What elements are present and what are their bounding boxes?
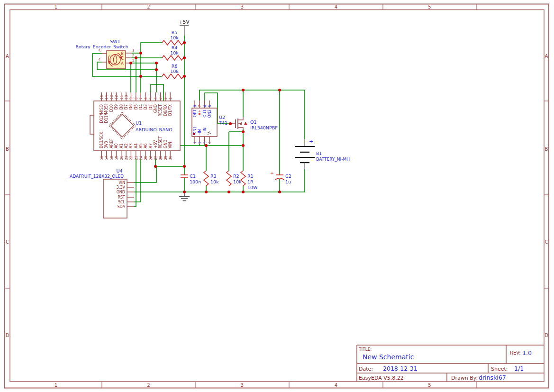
u1-bottom-pin-number: 19	[114, 155, 118, 160]
u1-top-pin-number: 12	[114, 95, 118, 100]
component-sw1-rotary-encoder[interactable]: SW1 Rotary_Encoder_Switch B C A 3 2 1 5 …	[76, 39, 135, 69]
wire[interactable]	[141, 43, 162, 92]
sw1-letter-b: B	[121, 52, 124, 56]
junction-dot	[183, 41, 186, 44]
date-label: Date:	[359, 366, 373, 372]
r6-zigzag[interactable]	[162, 74, 183, 79]
title-block: TITLE: New Schematic REV: 1.0 Date: 2018…	[357, 345, 544, 382]
u4-pin-name: RST	[118, 195, 125, 200]
u1-bottom-pin-name: A1	[119, 143, 124, 148]
u2-top-pin-name: V+	[198, 109, 202, 115]
c2-value: 1u	[285, 179, 291, 184]
sw1-letter-c: C	[121, 56, 124, 61]
u1-top-pin-number: 6	[144, 97, 148, 100]
frame-column-label-top: 5	[428, 4, 431, 9]
u1-top-pin-name: D5	[134, 104, 138, 109]
c2-plus-sign: +	[270, 170, 274, 175]
wire[interactable]	[134, 159, 136, 207]
u1-top-pin-number: 2	[163, 97, 168, 100]
q1-arrow	[239, 122, 242, 126]
r5-zigzag[interactable]	[162, 40, 183, 45]
component-c1[interactable]: C1 100n	[181, 173, 201, 184]
rev-value[interactable]: 1.0	[522, 349, 532, 356]
sheet-border: 1122334455AABBCCDD	[5, 4, 549, 388]
component-u2-opamp-741[interactable]: U2 741 8OPT7V+6OUT5ON21ON12-IN3+IN4V-	[192, 100, 227, 144]
r3-zigzag[interactable]	[204, 171, 209, 186]
frame-column-label-bottom: 1	[54, 383, 57, 388]
junction-dot	[242, 191, 245, 193]
u1-top-pin-name: D4	[139, 104, 143, 109]
u2-value: 741	[219, 120, 227, 126]
r2-zigzag[interactable]	[227, 171, 231, 186]
frame-column-label-bottom: 4	[335, 383, 337, 388]
sw1-ref: SW1	[110, 39, 120, 44]
u2-bottom-pin-name: V-	[208, 131, 212, 135]
rev-label: REV:	[510, 350, 521, 356]
u1-bottom-pin-name: A4	[134, 143, 138, 148]
schematic-title[interactable]: New Schematic	[363, 353, 414, 361]
u1-top-pin-name: D2	[149, 104, 153, 109]
u1-bottom-pin-number: 16	[100, 155, 104, 160]
u1-bottom-pin-number: 21	[124, 155, 128, 160]
frame-column-label-bottom: 3	[241, 383, 244, 388]
component-r3[interactable]: R3 10k	[204, 171, 219, 186]
frame-row-label-left: C	[6, 239, 9, 245]
schematic-canvas[interactable]: 1122334455AABBCCDD TITLE: New Schematic …	[0, 0, 554, 392]
u2-top-pin-name: OUT	[203, 109, 207, 118]
title-label: TITLE:	[358, 347, 372, 352]
power-net-label: +5V	[179, 19, 190, 25]
component-r6[interactable]: R6 10k	[162, 64, 183, 79]
u1-bottom-pin-number: 26	[149, 155, 153, 160]
r3-value: 10k	[210, 179, 219, 184]
u4-ref: U4	[117, 168, 123, 173]
junction-dot	[242, 144, 245, 147]
u1-bottom-pin-name: A0	[114, 143, 118, 148]
q1-ref: Q1	[250, 119, 257, 125]
u4-pin-name: SCL	[118, 200, 126, 204]
u2-ref: U2	[219, 115, 225, 120]
u2-top-pin-number: 7	[198, 105, 202, 107]
u1-top-pin-number: 8	[134, 97, 138, 100]
wire[interactable]	[134, 166, 156, 182]
wire[interactable]	[134, 159, 141, 202]
r4-zigzag[interactable]	[162, 55, 183, 60]
component-q1-mosfet[interactable]: Q1 IRL540NPBF	[230, 117, 278, 130]
r4-ref: R4	[172, 45, 178, 50]
u1-bottom-pin-name: A3	[129, 143, 133, 148]
u2-bottom-pin-number: 4	[208, 141, 212, 144]
u1-bottom-pin-name: A7	[149, 143, 153, 148]
component-c2[interactable]: + C2 1u	[270, 170, 291, 184]
sheet-value[interactable]: 1/1	[514, 365, 524, 372]
r6-value: 10k	[170, 69, 179, 74]
u1-ref: U1	[136, 120, 142, 126]
wire[interactable]	[92, 54, 162, 76]
u1-bottom-pin-number: 23	[134, 155, 138, 160]
u1-bottom-pin-number: 28	[158, 155, 163, 160]
component-r5[interactable]: R5 10k	[162, 30, 183, 45]
b1-ref: B1	[316, 151, 322, 156]
u1-bottom-pin-number: 20	[119, 155, 124, 160]
component-r4[interactable]: R4 10k	[162, 45, 183, 60]
drawn-by-value[interactable]: drinski67	[479, 374, 506, 381]
u1-top-pin-number: 4	[154, 97, 158, 100]
sw1-pin2-number: 2	[132, 53, 135, 57]
u2-bottom-pin-number: 3	[203, 141, 207, 144]
power-flag-5v[interactable]: +5V	[179, 19, 190, 36]
component-u1-arduino-nano[interactable]: U1 ARDUINO_NANO 15D12/MISO16D13/SCK14D11…	[90, 92, 180, 160]
frame-row-label-right: B	[545, 146, 548, 152]
junction-dot	[183, 75, 186, 78]
frame-row-label-right: D	[545, 333, 548, 338]
u1-bottom-pin-number: 17	[104, 155, 109, 160]
frame-column-label-top: 1	[54, 4, 57, 9]
date-value[interactable]: 2018-12-31	[383, 365, 418, 372]
r1-value: 1R	[247, 179, 254, 184]
component-u4-oled[interactable]: U4 ADAFRUIT_128X32_OLED VIN3.3VGNDRSTSCL…	[66, 168, 134, 218]
wire[interactable]	[200, 90, 305, 100]
component-r2[interactable]: R2 10k	[227, 171, 242, 186]
u1-top-pin-name: D6	[129, 104, 133, 109]
sw1-pin3-number: 3	[132, 48, 135, 53]
junction-dot	[227, 191, 230, 193]
inner-border	[10, 10, 544, 382]
u1-bottom-pin-name: A6	[144, 143, 148, 148]
component-b1-battery[interactable]: + B1 BATTERY_NI-MH	[295, 138, 350, 169]
